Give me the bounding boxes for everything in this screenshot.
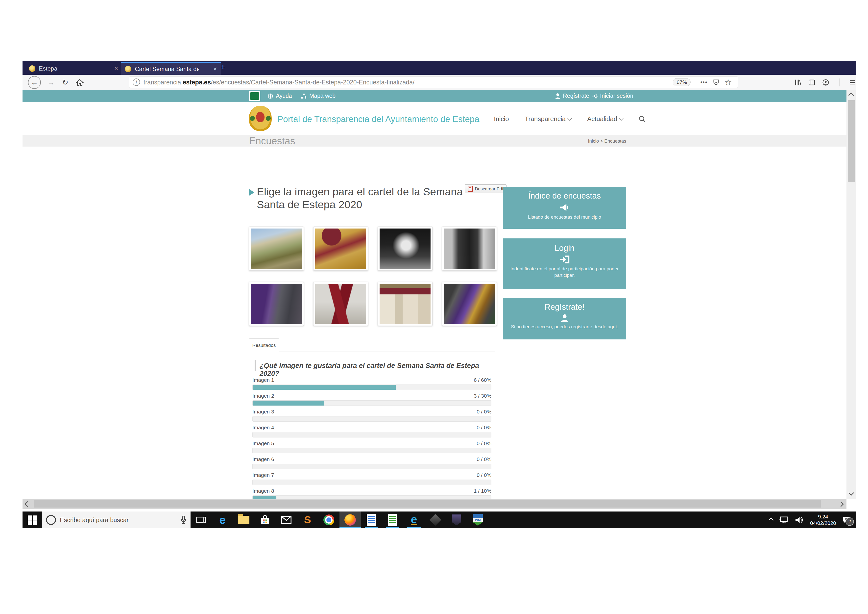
menu-icon[interactable]: ≡ [849,77,855,88]
scroll-right-icon[interactable] [838,501,844,507]
bookmark-star-icon[interactable]: ☆ [724,77,732,87]
survey-image-7[interactable] [378,282,432,326]
start-button[interactable] [23,511,42,529]
page-viewport: Ayuda Mapa web Regístrate Iniciar sesión… [23,90,846,499]
survey-image-5[interactable] [249,282,304,326]
estepa-crest-logo[interactable] [249,106,272,131]
forward-button[interactable]: → [47,78,55,87]
register-link[interactable]: Regístrate [555,93,597,99]
url-text: transparencia.estepa.es/es/encuestas/Car… [144,79,414,86]
nav-transparencia[interactable]: Transparencia [525,115,571,123]
tray-expand-icon[interactable] [769,517,774,522]
reload-button[interactable]: ↻ [62,78,68,87]
file-explorer-icon[interactable] [233,511,254,529]
back-button[interactable]: ← [28,76,41,89]
survey-heading: Elige la imagen para el cartel de la Sem… [257,185,479,211]
result-bar-track [253,384,491,390]
nav-actualidad[interactable]: Actualidad [587,115,623,123]
library-icon[interactable] [794,79,802,86]
taskbar-search[interactable]: Escribe aquí para buscar [42,511,191,529]
result-row: Imagen 8 1 / 10% [253,488,491,499]
scroll-down-icon[interactable] [848,490,854,496]
card-indice-encuestas[interactable]: Índice de encuestas Listado de encuestas… [503,187,626,229]
action-center-icon[interactable]: 2 [843,516,851,524]
vertical-scrollbar[interactable] [846,90,856,499]
card-registrate[interactable]: Regístrate! Si no tienes acceso, puedes … [503,298,626,339]
main-nav: Inicio Transparencia Actualidad [494,115,646,123]
survey-image-8[interactable] [442,282,497,326]
survey-image-1[interactable] [249,227,304,270]
sitemap-link[interactable]: Mapa web [301,93,336,99]
nav-inicio[interactable]: Inicio [494,115,509,123]
survey-image-2[interactable] [313,227,368,270]
shield-app-icon[interactable] [446,511,467,529]
dark-app-icon[interactable] [425,511,446,529]
calc-doc-icon[interactable] [382,511,403,529]
sitemap-label: Mapa web [309,93,336,99]
download-pdf-button[interactable]: Descargar Pdf [465,185,507,193]
new-tab-button[interactable]: + [220,63,225,71]
result-label: Imagen 4 [253,424,274,431]
browser-toolbar: ← → ↻ i transparencia.estepa.es/es/encue… [23,75,856,90]
page-title: Encuestas [249,135,295,146]
s-app-icon[interactable]: S [297,511,318,529]
diputacion-logo[interactable] [249,91,260,101]
browser-tab-cartel[interactable]: Cartel Semana Santa de Estepa × [121,62,221,75]
horizontal-scrollbar[interactable] [23,499,846,509]
browser-tab-estepa[interactable]: Estepa × [25,62,122,75]
result-bar-track [253,464,491,469]
site-favicon [29,65,36,72]
page-actions-icon[interactable]: ••• [700,79,707,85]
tab-title: Estepa [39,65,57,72]
result-label: Imagen 2 [253,393,274,399]
internet-explorer-icon[interactable]: e [403,511,425,529]
writer-doc-icon[interactable] [361,511,382,529]
login-label: Iniciar sesión [600,93,633,99]
store-icon[interactable] [254,511,276,529]
volume-icon[interactable] [795,516,804,524]
sidebar-toggle-icon[interactable] [808,79,815,86]
poll-question: ¿Qué imagen te gustaría para el cartel d… [260,362,490,378]
result-bar-fill [253,385,396,390]
home-button[interactable] [76,79,84,86]
taskbar-clock[interactable]: 9:24 04/02/2020 [810,513,836,526]
result-label: Imagen 3 [253,409,274,415]
download-pdf-label: Descargar Pdf [475,187,503,192]
network-icon[interactable] [780,516,788,524]
scroll-up-icon[interactable] [848,93,854,98]
result-value: 6 / 60% [474,377,491,383]
tab-resultados[interactable]: Resultados [249,339,279,352]
site-header: Portal de Transparencia del Ayuntamiento… [23,102,846,135]
scrollbar-thumb[interactable] [34,500,821,508]
edge-icon[interactable]: e [212,511,233,529]
result-row: Imagen 2 3 / 30% [253,393,491,408]
breadcrumb-home[interactable]: Inicio [588,138,599,144]
survey-image-3[interactable] [378,227,432,270]
microphone-icon[interactable] [181,516,186,524]
zoom-level-badge[interactable]: 67% [673,78,691,86]
card-login[interactable]: Login Indentificate en el portal de part… [503,238,626,289]
site-title[interactable]: Portal de Transparencia del Ayuntamiento… [277,114,479,124]
scrollbar-thumb[interactable] [848,100,855,182]
mail-icon[interactable] [276,511,297,529]
help-link[interactable]: Ayuda [268,93,292,99]
survey-image-4[interactable] [442,227,497,270]
result-row: Imagen 4 0 / 0% [253,424,491,440]
chrome-icon[interactable] [318,511,339,529]
firefox-icon[interactable] [339,511,361,529]
account-icon[interactable] [822,79,829,86]
close-tab-icon[interactable]: × [213,65,217,73]
survey-image-6[interactable] [313,282,368,326]
card-title: Índice de encuestas [503,191,626,201]
result-bar-fill [253,401,324,406]
url-bar[interactable]: i transparencia.estepa.es/es/encuestas/C… [129,76,738,88]
task-view-icon[interactable] [191,511,212,529]
search-icon[interactable] [639,115,646,123]
pocket-icon[interactable] [713,79,719,85]
scroll-left-icon[interactable] [25,501,31,507]
close-tab-icon[interactable]: × [114,65,118,72]
login-link[interactable]: Iniciar sesión [592,93,633,99]
result-row: Imagen 3 0 / 0% [253,409,491,424]
site-info-icon[interactable]: i [133,78,140,86]
wm-app-icon[interactable]: WM [467,511,488,529]
